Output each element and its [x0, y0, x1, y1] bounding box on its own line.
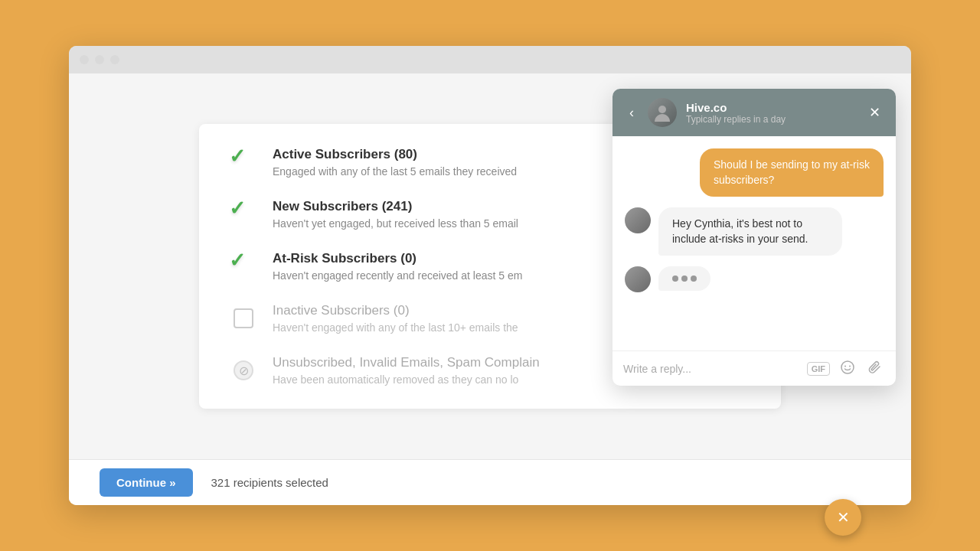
message-avatar [625, 266, 651, 292]
empty-checkbox-icon [234, 308, 253, 328]
message-avatar [625, 207, 651, 233]
gif-button[interactable]: GIF [807, 362, 830, 376]
subscriber-info-active: Active Subscribers (80) Engaged with any… [273, 147, 517, 178]
svg-point-3 [849, 366, 851, 367]
checkmark-icon: ✓ [229, 197, 246, 220]
checkbox-new[interactable]: ✓ [230, 201, 257, 228]
chat-messages: Should I be sending to my at-risk subscr… [612, 136, 896, 350]
browser-dot-green [110, 55, 119, 64]
checkbox-active[interactable]: ✓ [230, 148, 257, 176]
subscriber-title: Inactive Subscribers (0) [273, 303, 518, 318]
continue-button[interactable]: Continue » [100, 468, 193, 497]
subscriber-title: Active Subscribers (80) [273, 147, 517, 162]
checkbox-unsubscribed: ⊘ [230, 357, 257, 384]
subscriber-desc: Haven't engaged with any of the last 10+… [273, 321, 518, 334]
browser-content: ✓ Active Subscribers (80) Engaged with a… [69, 73, 911, 505]
browser-dot-yellow [95, 55, 104, 64]
checkmark-icon: ✓ [229, 249, 246, 272]
disabled-checkbox-icon: ⊘ [234, 360, 253, 380]
bottom-bar: Continue » 321 recipients selected [69, 459, 911, 505]
chat-close-button[interactable]: ✕ [866, 104, 884, 121]
message-outgoing: Should I be sending to my at-risk subscr… [625, 148, 884, 197]
typing-dot-1 [672, 276, 678, 282]
message-incoming: Hey Cynthia, it's best not to include at… [625, 207, 884, 256]
svg-point-2 [844, 366, 846, 367]
subscriber-desc: Haven't yet engaged, but received less t… [273, 217, 518, 230]
subscriber-info-new: New Subscribers (241) Haven't yet engage… [273, 199, 518, 230]
attachment-button[interactable] [865, 359, 885, 378]
chat-header-info: Hive.co Typically replies in a day [686, 101, 857, 125]
typing-dot-3 [691, 276, 697, 282]
chat-header: ‹ Hive.co Typically replies in a day [612, 89, 896, 136]
chat-input-bar: GIF [612, 350, 896, 386]
subscriber-info-unsubscribed: Unsubscribed, Invalid Emails, Spam Compl… [273, 355, 540, 386]
message-bubble-right: Should I be sending to my at-risk subscr… [700, 148, 884, 197]
chat-reply-input[interactable] [623, 363, 799, 375]
checkmark-icon: ✓ [229, 145, 246, 168]
chat-header-name: Hive.co [686, 101, 857, 114]
svg-point-0 [658, 106, 666, 113]
chat-avatar-image [648, 98, 677, 127]
recipients-count: 321 recipients selected [211, 476, 328, 489]
checkbox-inactive[interactable] [230, 305, 257, 332]
chat-icon: ✕ [837, 508, 850, 527]
checkbox-at-risk[interactable]: ✓ [230, 253, 257, 280]
typing-dot-2 [681, 276, 688, 282]
browser-dot-red [80, 55, 89, 64]
chat-overlay: ‹ Hive.co Typically replies in a day [612, 89, 896, 386]
subscriber-title: At-Risk Subscribers (0) [273, 251, 522, 266]
svg-point-1 [841, 361, 854, 373]
subscriber-desc: Haven't engaged recently and received at… [273, 269, 522, 282]
subscriber-desc: Have been automatically removed as they … [273, 373, 540, 386]
main-area: ✓ Active Subscribers (80) Engaged with a… [69, 73, 911, 459]
subscriber-title: New Subscribers (241) [273, 199, 518, 214]
typing-indicator [625, 266, 884, 292]
subscriber-info-at-risk: At-Risk Subscribers (0) Haven't engaged … [273, 251, 522, 282]
browser-titlebar [69, 46, 911, 73]
browser-window: ✓ Active Subscribers (80) Engaged with a… [69, 46, 911, 505]
floating-chat-button[interactable]: ✕ [825, 499, 861, 536]
chat-back-button[interactable]: ‹ [625, 104, 639, 121]
typing-bubble [658, 266, 710, 291]
emoji-button[interactable] [838, 359, 858, 378]
chat-avatar [648, 98, 677, 127]
subscriber-desc: Engaged with any of the last 5 emails th… [273, 165, 517, 178]
chat-header-status: Typically replies in a day [686, 114, 857, 125]
message-bubble-left: Hey Cynthia, it's best not to include at… [658, 207, 842, 256]
subscriber-title: Unsubscribed, Invalid Emails, Spam Compl… [273, 355, 540, 370]
subscriber-info-inactive: Inactive Subscribers (0) Haven't engaged… [273, 303, 518, 334]
